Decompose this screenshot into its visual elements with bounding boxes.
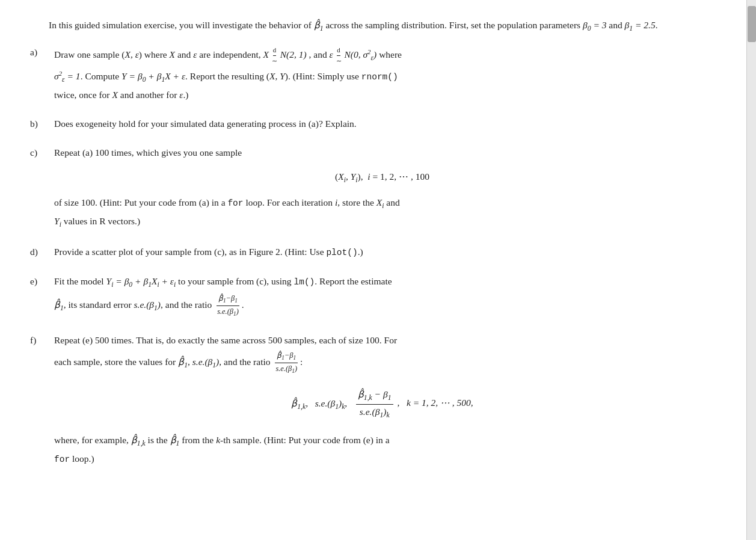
label-d: d) bbox=[30, 245, 54, 262]
content-area: In this guided simulation exercise, you … bbox=[0, 0, 746, 540]
problem-f: f) Repeat (e) 500 times. That is, do exa… bbox=[30, 333, 710, 469]
problem-e-line2: β̂1, its standard error s.e.(β1), and th… bbox=[54, 293, 710, 319]
problem-e: e) Fit the model Yi = β0 + β1Xi + εi to … bbox=[30, 274, 710, 321]
label-e: e) bbox=[30, 274, 54, 321]
beta1-param: β1 = 2.5 bbox=[625, 20, 656, 30]
problem-a-line3: twice, once for X and another for ε.) bbox=[54, 88, 710, 102]
scrollbar-thumb[interactable] bbox=[748, 6, 756, 42]
label-f: f) bbox=[30, 333, 54, 469]
label-b: b) bbox=[30, 117, 54, 133]
problem-c: c) Repeat (a) 100 times, which gives you… bbox=[30, 146, 710, 233]
problem-f-line4: for loop.) bbox=[54, 452, 710, 466]
problem-d-text: Provide a scatter plot of your sample fr… bbox=[54, 245, 710, 259]
content-d: Provide a scatter plot of your sample fr… bbox=[54, 245, 710, 262]
problem-b: b) Does exogeneity hold for your simulat… bbox=[30, 117, 710, 133]
content-e: Fit the model Yi = β0 + β1Xi + εi to you… bbox=[54, 274, 710, 321]
beta0-param: β0 = 3 bbox=[583, 20, 607, 30]
problem-b-text: Does exogeneity hold for your simulated … bbox=[54, 117, 710, 131]
intro-text: In this guided simulation exercise, you … bbox=[30, 18, 710, 34]
formula-f: β̂1,k, s.e.(β1)k, β̂1,k − β1 s.e.(β1)k ,… bbox=[54, 387, 710, 420]
formula-c: (Xi, Yi), i = 1, 2, ⋯ , 100 bbox=[54, 170, 710, 186]
content-c: Repeat (a) 100 times, which gives you on… bbox=[54, 146, 710, 233]
problem-c-line2: of size 100. (Hint: Put your code from (… bbox=[54, 195, 710, 212]
problem-f-line2: each sample, store the values for β̂1, s… bbox=[54, 350, 710, 376]
problem-e-line1: Fit the model Yi = β0 + β1Xi + εi to you… bbox=[54, 274, 710, 290]
problem-c-line3: Yi values in R vectors.) bbox=[54, 214, 710, 230]
problem-c-line1: Repeat (a) 100 times, which gives you on… bbox=[54, 146, 710, 160]
problem-d: d) Provide a scatter plot of your sample… bbox=[30, 245, 710, 262]
problem-a-line1: Draw one sample (X, ε) where X and ε are… bbox=[54, 45, 710, 66]
beta-hat-1-intro: β̂1 bbox=[314, 20, 324, 30]
scrollbar[interactable] bbox=[746, 0, 756, 540]
problem-a-line2: σ2ε = 1. Compute Y = β0 + β1X + ε. Repor… bbox=[54, 69, 710, 85]
where-text: where bbox=[54, 435, 77, 445]
label-c: c) bbox=[30, 146, 54, 233]
content-b: Does exogeneity hold for your simulated … bbox=[54, 117, 710, 133]
problem-a: a) Draw one sample (X, ε) where X and ε … bbox=[30, 45, 710, 105]
problem-f-line1: Repeat (e) 500 times. That is, do exactl… bbox=[54, 333, 710, 348]
content-f: Repeat (e) 500 times. That is, do exactl… bbox=[54, 333, 710, 469]
problem-f-line3: where, for example, β̂1,k is the β̂1 fro… bbox=[54, 433, 710, 449]
page-container: In this guided simulation exercise, you … bbox=[0, 0, 756, 540]
content-a: Draw one sample (X, ε) where X and ε are… bbox=[54, 45, 710, 105]
label-a: a) bbox=[30, 45, 54, 105]
